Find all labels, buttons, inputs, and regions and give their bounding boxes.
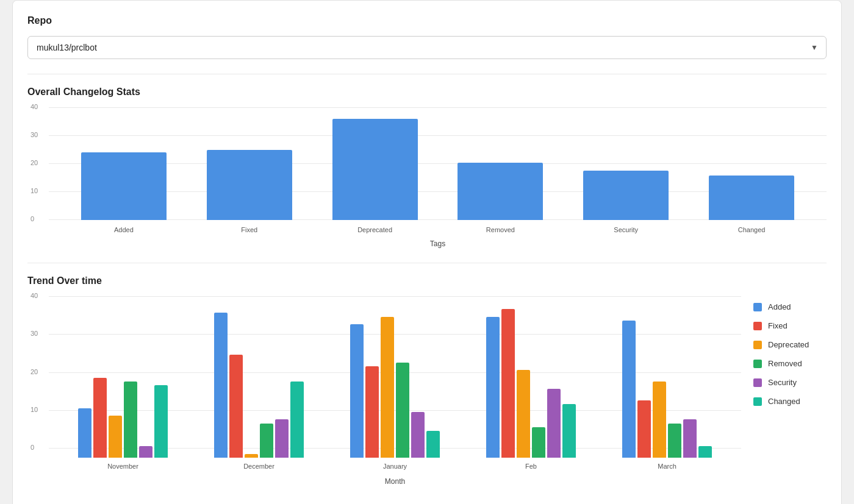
trend-bar-jan-fixed [365,366,379,458]
trend-bar-feb-fixed [501,309,515,458]
trend-group-november [55,378,191,458]
bar-fixed [207,150,292,220]
trend-chart-area: 40 30 20 10 0 [27,296,741,486]
legend-color-deprecated [753,341,762,349]
overall-chart-wrapper: 40 30 20 10 0 [27,107,827,248]
trend-title: Trend Over time [27,275,827,286]
bar-group-deprecated [312,119,438,220]
trend-bar-nov-security [139,446,152,458]
legend-label-changed: Changed [768,397,800,406]
bar-group-changed [689,176,814,220]
overall-x-axis-label: Tags [49,240,827,248]
legend-item-changed: Changed [753,397,827,406]
xlabel-security: Security [563,222,689,233]
bar-group-fixed [187,150,312,220]
trend-bar-mar-fixed [637,400,651,458]
trend-xlabel-nov: November [55,460,191,471]
trend-bar-nov-deprecated [109,416,122,458]
trend-xlabel-mar: March [599,460,735,471]
trend-xlabel-jan: January [327,460,463,471]
legend-color-added [753,303,762,311]
xlabel-deprecated: Deprecated [312,222,438,233]
legend-color-fixed [753,322,762,330]
trend-gridline-40: 40 [49,296,741,297]
trend-chart-wrapper: 40 30 20 10 0 [27,296,827,486]
legend-color-security [753,378,762,387]
trend-bar-nov-fixed [93,378,107,458]
overall-chart-area: 40 30 20 10 0 [49,107,827,220]
trend-bar-nov-added [78,408,92,458]
trend-bar-mar-removed [668,424,681,458]
trend-bar-nov-removed [124,382,137,458]
legend-item-fixed: Fixed [753,321,827,330]
divider-1 [27,74,827,74]
trend-bar-feb-security [547,389,561,458]
legend-item-deprecated: Deprecated [753,340,827,349]
divider-2 [27,263,827,263]
trend-bar-dec-security [275,419,289,458]
bar-deprecated [332,119,418,220]
repo-select-wrapper: mukul13/prclbot ▼ [27,36,827,59]
legend-color-changed [753,397,762,406]
trend-legend: Added Fixed Deprecated Removed Security [753,296,827,486]
bar-group-security [563,171,689,220]
gridline-40: 40 [49,107,827,108]
repo-select[interactable]: mukul13/prclbot [27,36,827,59]
legend-label-fixed: Fixed [768,321,788,330]
trend-bar-mar-added [622,321,636,458]
trend-x-labels: November December January Feb March [49,460,741,471]
xlabel-removed: Removed [437,222,563,233]
bar-group-added [61,152,187,220]
trend-bar-jan-deprecated [381,317,394,458]
trend-bar-feb-changed [562,404,576,458]
trend-bar-feb-removed [532,427,545,458]
trend-section: Trend Over time 40 30 20 10 0 [27,275,827,486]
trend-x-axis-label: Month [49,477,741,486]
legend-item-added: Added [753,302,827,311]
bar-security [583,171,669,220]
trend-bar-mar-changed [698,446,712,458]
overall-stats-title: Overall Changelog Stats [27,87,827,98]
repo-title: Repo [27,15,827,26]
legend-label-added: Added [768,302,791,311]
xlabel-fixed: Fixed [187,222,312,233]
legend-color-removed [753,360,762,368]
trend-bar-nov-changed [154,385,168,458]
legend-label-deprecated: Deprecated [768,340,809,349]
main-card: Repo mukul13/prclbot ▼ Overall Changelog… [12,0,842,504]
legend-item-removed: Removed [753,359,827,368]
trend-bar-feb-added [486,317,500,458]
trend-bar-feb-deprecated [517,370,530,458]
legend-item-security: Security [753,378,827,387]
overall-stats-section: Overall Changelog Stats 40 30 20 10 0 [27,87,827,248]
trend-bar-mar-deprecated [653,382,666,458]
trend-bar-dec-changed [290,382,304,458]
trend-bar-jan-removed [396,363,409,458]
trend-bar-jan-added [350,324,364,458]
trend-group-january [327,317,463,458]
trend-bar-dec-deprecated [245,454,258,458]
trend-bar-dec-fixed [229,355,243,458]
trend-bar-dec-removed [260,424,273,458]
trend-group-feb [463,309,599,458]
trend-bar-jan-security [411,412,425,458]
xlabel-changed: Changed [689,222,814,233]
bar-removed [458,163,543,220]
overall-bars-row [49,116,827,220]
trend-grid-wrapper: 40 30 20 10 0 [27,296,741,486]
overall-x-labels: Added Fixed Deprecated Removed Security … [49,222,827,233]
trend-chart-inner: 40 30 20 10 0 [49,296,741,458]
bar-changed [709,176,794,220]
legend-label-security: Security [768,378,797,387]
legend-label-removed: Removed [768,359,802,368]
trend-group-march [599,321,735,458]
trend-bar-jan-changed [426,431,440,458]
trend-xlabel-dec: December [191,460,327,471]
bar-group-removed [437,163,563,220]
trend-xlabel-feb: Feb [463,460,599,471]
trend-bars-row [49,305,741,458]
repo-section: Repo mukul13/prclbot ▼ [27,15,827,59]
trend-group-december [191,313,327,458]
trend-bar-mar-security [683,419,697,458]
xlabel-added: Added [61,222,187,233]
